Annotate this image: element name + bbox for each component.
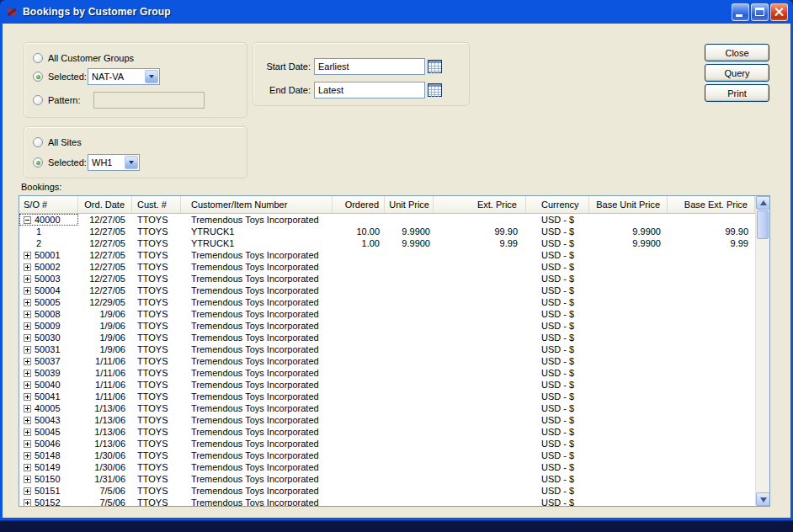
cust-number-cell: TTOYS [132,450,181,461]
start-date-input[interactable] [314,58,425,75]
all-sites-option[interactable]: All Sites [33,134,242,151]
vertical-scrollbar[interactable] [755,196,769,506]
site-combobox[interactable]: WH1 [88,154,140,171]
table-row[interactable]: 500401/11/06TTOYSTremendous Toys Incorpo… [19,379,755,391]
query-button[interactable]: Query [705,64,769,82]
column-header-cust-number[interactable]: Cust. # [132,196,181,213]
table-row[interactable]: 501527/5/06TTOYSTremendous Toys Incorpor… [19,497,755,507]
expand-icon[interactable] [24,405,31,412]
base-unit-price-cell [589,285,668,296]
table-row[interactable]: 500371/11/06TTOYSTremendous Toys Incorpo… [19,355,755,367]
table-row[interactable]: 501517/5/06TTOYSTremendous Toys Incorpor… [19,485,755,497]
cust-number-cell: TTOYS [132,249,181,261]
table-row[interactable]: 5000512/29/05TTOYSTremendous Toys Incorp… [19,296,755,308]
expand-icon[interactable] [24,440,31,448]
pattern-input[interactable] [93,92,205,109]
expand-icon[interactable] [24,275,31,283]
table-row[interactable]: 500311/9/06TTOYSTremendous Toys Incorpor… [19,343,755,355]
expand-icon[interactable] [24,358,31,365]
base-unit-price-cell [589,249,668,261]
column-header-customer-item[interactable]: Customer/Item Number [181,196,333,213]
scrollbar-thumb[interactable] [757,210,769,239]
column-header-so-number[interactable]: S/O # [19,196,78,213]
expand-icon[interactable] [24,299,31,306]
expand-icon[interactable] [24,476,31,483]
expand-icon[interactable] [24,428,31,436]
expand-icon[interactable] [24,334,31,342]
expand-icon[interactable] [24,381,31,389]
expand-icon[interactable] [24,452,31,460]
table-row[interactable]: 500411/11/06TTOYSTremendous Toys Incorpo… [19,391,755,402]
column-header-ord-date[interactable]: Ord. Date [78,196,132,213]
table-row[interactable]: 500081/9/06TTOYSTremendous Toys Incorpor… [19,308,755,320]
table-row[interactable]: 500091/9/06TTOYSTremendous Toys Incorpor… [19,320,755,332]
expand-icon[interactable] [24,487,31,495]
combo-dropdown-arrow-icon[interactable] [125,156,138,169]
table-row[interactable]: 112/27/05TTOYSYTRUCK110.009.990099.90USD… [19,226,755,237]
column-header-base-unit-price[interactable]: Base Unit Price [589,196,668,213]
scroll-up-icon[interactable] [756,196,770,210]
end-date-calendar-button[interactable] [428,83,442,97]
all-customer-groups-option[interactable]: All Customer Groups [33,50,242,66]
pattern-radio[interactable] [33,95,43,105]
all-sites-radio[interactable] [33,137,43,147]
expand-icon[interactable] [24,464,31,471]
table-row[interactable]: 500451/13/06TTOYSTremendous Toys Incorpo… [19,426,755,438]
column-header-ordered[interactable]: Ordered [333,196,385,213]
end-date-input[interactable] [314,82,425,98]
minimize-button[interactable] [732,3,749,21]
collapse-icon[interactable] [24,216,31,224]
table-row[interactable]: 500391/11/06TTOYSTremendous Toys Incorpo… [19,367,755,379]
table-row[interactable]: 212/27/05TTOYSYTRUCK11.009.99009.99USD -… [19,237,755,249]
expand-icon[interactable] [24,393,31,401]
table-row[interactable]: 500431/13/06TTOYSTremendous Toys Incorpo… [19,414,755,426]
table-row[interactable]: 501501/31/06TTOYSTremendous Toys Incorpo… [19,473,755,485]
selected-site-label[interactable]: Selected: [48,157,87,168]
customer-group-combobox[interactable]: NAT-VA [88,68,160,85]
table-row[interactable]: 500461/13/06TTOYSTremendous Toys Incorpo… [19,438,755,450]
cust-number-cell: TTOYS [132,320,181,332]
close-window-button[interactable] [770,3,788,21]
column-header-base-ext-price[interactable]: Base Ext. Price [668,196,755,213]
expand-icon[interactable] [24,311,31,318]
selected-site-radio[interactable] [33,157,43,168]
ord-date-cell: 1/13/06 [78,402,132,414]
expand-icon[interactable] [24,252,31,259]
table-row[interactable]: 501481/30/06TTOYSTremendous Toys Incorpo… [19,450,755,461]
expand-icon[interactable] [24,346,31,354]
start-date-calendar-button[interactable] [428,60,442,73]
expand-icon[interactable] [24,322,31,330]
unit-price-cell [385,332,434,343]
table-row[interactable]: 5000412/27/05TTOYSTremendous Toys Incorp… [19,285,755,296]
table-row[interactable]: 400051/13/06TTOYSTremendous Toys Incorpo… [19,402,755,414]
print-button[interactable]: Print [705,84,769,102]
title-bar[interactable]: Bookings by Customer Group [0,0,793,24]
pattern-label[interactable]: Pattern: [48,95,81,105]
all-sites-label[interactable]: All Sites [48,137,82,147]
scroll-down-icon[interactable] [756,492,770,506]
table-row[interactable]: 5000312/27/05TTOYSTremendous Toys Incorp… [19,273,755,285]
column-header-currency[interactable]: Currency [526,196,589,213]
base-ext-price-cell [668,485,755,497]
column-header-ext-price[interactable]: Ext. Price [434,196,526,213]
expand-icon[interactable] [24,499,31,507]
expand-icon[interactable] [24,263,31,271]
all-customer-groups-radio[interactable] [33,53,43,63]
window-title: Bookings by Customer Group [23,6,732,18]
selected-group-label[interactable]: Selected: [48,72,87,82]
expand-icon[interactable] [24,287,31,295]
column-header-unit-price[interactable]: Unit Price [385,196,434,213]
table-row[interactable]: 5000112/27/05TTOYSTremendous Toys Incorp… [19,249,755,261]
table-row[interactable]: 5000212/27/05TTOYSTremendous Toys Incorp… [19,261,755,273]
expand-icon[interactable] [24,417,31,424]
all-customer-groups-label[interactable]: All Customer Groups [48,53,134,63]
maximize-button[interactable] [751,3,769,21]
table-row[interactable]: 501491/30/06TTOYSTremendous Toys Incorpo… [19,461,755,473]
selected-group-radio[interactable] [33,72,43,82]
table-row[interactable]: 4000012/27/05TTOYSTremendous Toys Incorp… [19,214,755,226]
table-row[interactable]: 500301/9/06TTOYSTremendous Toys Incorpor… [19,332,755,343]
ordered-cell [333,497,385,507]
expand-icon[interactable] [24,370,31,377]
close-button[interactable]: Close [705,44,769,61]
combo-dropdown-arrow-icon[interactable] [145,70,158,83]
